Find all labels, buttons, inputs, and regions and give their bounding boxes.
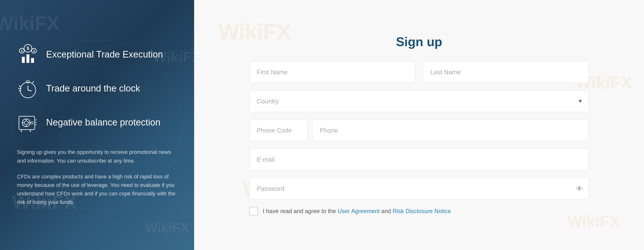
- phone-code-input[interactable]: [249, 120, 308, 141]
- clock-icon: [17, 78, 39, 99]
- svg-line-16: [19, 90, 21, 91]
- watermark-4: WikiFX: [145, 220, 189, 236]
- agreement-text-before: I have read and agree to the: [263, 208, 338, 214]
- svg-text:$: $: [33, 49, 35, 53]
- email-field: [249, 148, 589, 170]
- signup-form-container: Sign up Country ▼: [249, 34, 589, 216]
- email-row: [249, 148, 589, 170]
- agreement-text-between: and: [380, 208, 392, 214]
- eye-icon[interactable]: 👁: [576, 185, 583, 193]
- agreement-text: I have read and agree to the User Agreem…: [263, 208, 451, 214]
- feature-exceptional-trade: $ $ $ Exceptional Trade Execution: [17, 44, 177, 65]
- feature-trade-clock: Trade around the clock: [17, 78, 177, 99]
- svg-point-29: [36, 122, 36, 123]
- password-input[interactable]: [249, 178, 589, 200]
- svg-point-28: [36, 120, 36, 120]
- svg-line-14: [28, 90, 32, 91]
- page-title: Sign up: [249, 34, 589, 49]
- first-name-field: [249, 61, 416, 83]
- watermark-1: WikiFX: [0, 12, 60, 34]
- svg-rect-7: [26, 54, 29, 63]
- risk-disclosure-link[interactable]: Risk Disclosure Notice: [392, 208, 451, 214]
- first-name-input[interactable]: [249, 61, 416, 83]
- feature-exceptional-trade-title: Exceptional Trade Execution: [46, 49, 163, 60]
- feature-negative-balance-title: Negative balance protection: [46, 117, 160, 128]
- disclaimer-1: Signing up gives you the opportunity to …: [17, 148, 177, 165]
- phone-code-field: [249, 120, 308, 141]
- phone-number-field: [312, 120, 589, 141]
- svg-text:$: $: [21, 49, 23, 53]
- svg-rect-18: [19, 116, 35, 130]
- svg-text:$: $: [27, 46, 29, 51]
- phone-input[interactable]: [312, 120, 589, 141]
- svg-point-25: [31, 122, 33, 124]
- disclaimer-2: CFDs are complex products and have a hig…: [17, 172, 177, 206]
- password-field: 👁: [249, 178, 589, 200]
- safe-icon: [17, 112, 39, 133]
- svg-point-20: [24, 121, 28, 125]
- chart-icon: $ $ $: [17, 44, 39, 65]
- svg-point-30: [36, 124, 36, 125]
- phone-row: [249, 120, 589, 141]
- left-panel: WikiFX WikiFX WikiFX WikiFX $ $ $ Except…: [0, 0, 194, 250]
- country-field: Country ▼: [249, 90, 589, 112]
- svg-line-12: [32, 81, 34, 83]
- agreement-checkbox[interactable]: [249, 207, 258, 216]
- agreement-row: I have read and agree to the User Agreem…: [249, 207, 589, 216]
- user-agreement-link[interactable]: User Agreement: [338, 208, 380, 214]
- right-panel: WikiFX WikiFX WikiFX WikiFX Sign up Coun…: [194, 0, 644, 250]
- feature-negative-balance: Negative balance protection: [17, 112, 177, 133]
- last-name-input[interactable]: [423, 61, 589, 83]
- feature-trade-clock-title: Trade around the clock: [46, 83, 140, 94]
- svg-rect-8: [31, 58, 34, 63]
- last-name-field: [423, 61, 589, 83]
- country-select[interactable]: Country: [249, 90, 589, 112]
- name-row: [249, 61, 589, 83]
- email-input[interactable]: [249, 148, 589, 170]
- svg-rect-6: [22, 57, 25, 63]
